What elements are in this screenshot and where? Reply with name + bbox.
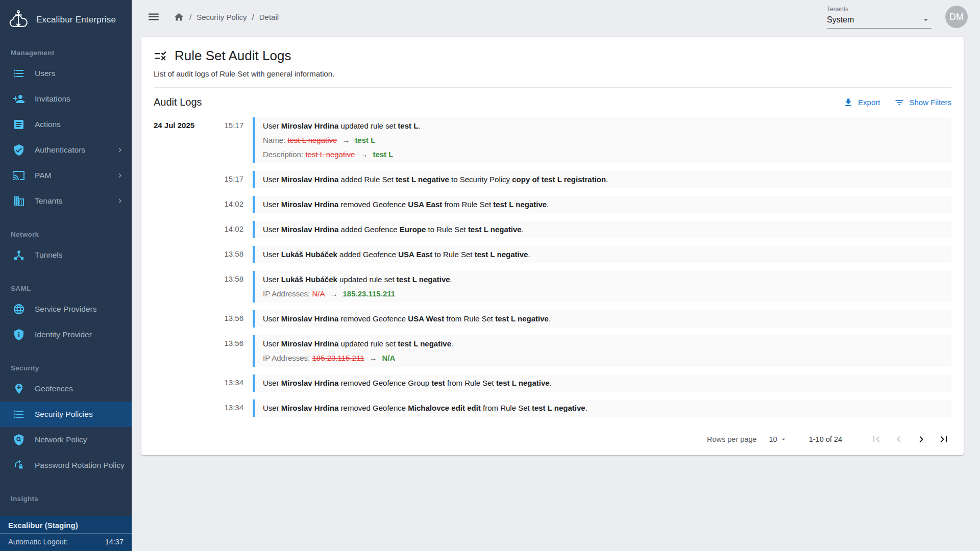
log-time: 14:02: [214, 196, 253, 213]
log-time: 13:34: [214, 399, 253, 417]
log-entry-line: Name: test L negative→test L: [263, 135, 943, 145]
sidebar-item-invitations[interactable]: Invitations: [0, 86, 132, 112]
log-row: 15:17User Miroslav Hrdina added Rule Set…: [154, 171, 951, 188]
tenants-select-value: System: [827, 15, 854, 24]
person-add-icon: [13, 93, 25, 105]
chevron-right-icon: [915, 433, 927, 445]
log-row: 14:02User Miroslav Hrdina added Geofence…: [154, 221, 951, 238]
sidebar-item-label: PAM: [35, 171, 115, 180]
page-title: Rule Set Audit Logs: [175, 48, 291, 64]
pagination-range: 1-10 of 24: [809, 435, 842, 443]
sidebar-item-label: Security Policies: [35, 410, 125, 419]
sidebar-item-network-policy[interactable]: Network Policy: [0, 427, 132, 453]
rows-per-page-select[interactable]: 10: [769, 435, 788, 443]
content-card: Rule Set Audit Logs List of audit logs o…: [141, 37, 964, 455]
menu-icon[interactable]: [147, 10, 160, 23]
pin-plus-icon: [13, 383, 25, 395]
export-button[interactable]: Export: [843, 97, 880, 108]
log-time: 15:17: [214, 117, 253, 163]
log-time: 13:58: [214, 246, 253, 263]
sidebar-item-identity-provider[interactable]: Identity Provider: [0, 322, 132, 347]
sidebar-item-authenticators[interactable]: Authenticators: [0, 137, 132, 163]
log-row: 24 Jul 202515:17User Miroslav Hrdina upd…: [154, 117, 951, 163]
pagination: Rows per page 10 1-10 of 24: [141, 424, 964, 451]
sidebar-item-geofences[interactable]: Geofences: [0, 376, 132, 402]
log-row: 13:56User Miroslav Hrdina updated rule s…: [154, 335, 951, 367]
brand-logo-icon: [7, 9, 30, 31]
log-date: [154, 221, 214, 238]
main-area: / Security Policy / Detail Tenants Syste…: [132, 0, 980, 551]
sidebar-item-label: Tenants: [35, 196, 115, 206]
log-entry-line: IP Addresses: N/A→185.23.115.211: [263, 289, 943, 298]
tenants-select[interactable]: Tenants System: [827, 6, 932, 29]
log-entry: User Lukáš Hubáček added Geofence USA Ea…: [253, 246, 951, 263]
log-entry: User Miroslav Hrdina removed Geofence Mi…: [253, 399, 951, 417]
first-page-icon: [870, 433, 883, 445]
sidebar-item-label: Service Providers: [35, 305, 125, 314]
log-date: [154, 310, 214, 328]
log-row: 13:56User Miroslav Hrdina removed Geofen…: [154, 310, 951, 328]
log-entry: User Miroslav Hrdina updated rule set te…: [253, 117, 951, 163]
last-page-button[interactable]: [937, 433, 950, 446]
breadcrumb-detail: Detail: [259, 13, 279, 21]
page-subtitle: List of audit logs of Rule Set with gene…: [154, 69, 951, 78]
environment-name: Excalibur (Staging): [0, 516, 132, 533]
sidebar-item-label: Tunnels: [35, 251, 125, 260]
sidebar-item-label: Network Policy: [35, 435, 125, 444]
chevron-right-icon: [115, 145, 125, 155]
log-entry-line: IP Addresses: 185.23.115.211→N/A: [263, 353, 943, 363]
avatar[interactable]: DM: [945, 6, 968, 28]
shield-check-icon: [13, 144, 25, 156]
log-date: [154, 196, 214, 213]
sidebar-footer: Excalibur (Staging) Automatic Logout: 14…: [0, 516, 132, 551]
log-date: [154, 374, 214, 392]
chevron-right-icon: [115, 171, 125, 180]
log-time: 13:56: [214, 335, 253, 367]
building-icon: [13, 195, 25, 207]
list-icon: [13, 408, 25, 420]
log-entry: User Miroslav Hrdina added Geofence Euro…: [253, 221, 951, 238]
log-row: 13:58User Lukáš Hubáček added Geofence U…: [154, 246, 951, 263]
log-date: [154, 171, 214, 188]
log-entry-line: User Miroslav Hrdina removed Geofence Gr…: [263, 378, 943, 388]
breadcrumb-separator: /: [252, 13, 254, 21]
automatic-logout-timer: 14:37: [105, 538, 124, 546]
log-time: 13:56: [214, 310, 253, 328]
breadcrumb-separator: /: [189, 13, 191, 21]
sidebar-item-tunnels[interactable]: Tunnels: [0, 242, 132, 268]
rows-per-page-value: 10: [769, 435, 777, 443]
log-entry: User Miroslav Hrdina updated rule set te…: [253, 335, 951, 367]
chevron-left-icon: [893, 433, 905, 445]
change-arrow: →: [342, 136, 350, 144]
log-entry: User Miroslav Hrdina removed Geofence Gr…: [253, 374, 951, 392]
sidebar-item-label: Password Rotation Policy: [35, 461, 125, 470]
log-entry: User Miroslav Hrdina added Rule Set test…: [253, 171, 951, 188]
automatic-logout-label: Automatic Logout:: [8, 538, 68, 546]
sidebar-item-security-policies[interactable]: Security Policies: [0, 402, 132, 427]
log-entry-line: User Miroslav Hrdina removed Geofence US…: [263, 199, 943, 209]
previous-page-button: [892, 433, 905, 446]
change-arrow: →: [330, 289, 337, 298]
first-page-button: [870, 433, 883, 446]
sidebar-item-users[interactable]: Users: [0, 61, 132, 86]
sidebar-item-service-providers[interactable]: Service Providers: [0, 296, 132, 322]
breadcrumb-security-policy[interactable]: Security Policy: [197, 13, 247, 21]
show-filters-button-label: Show Filters: [909, 98, 951, 107]
next-page-button[interactable]: [915, 433, 928, 446]
show-filters-button[interactable]: Show Filters: [894, 97, 951, 108]
home-icon[interactable]: [174, 12, 184, 22]
log-date: [154, 246, 214, 263]
sidebar-section-label-security: Security: [0, 361, 132, 376]
log-entry-line: User Miroslav Hrdina removed Geofence Mi…: [263, 403, 943, 413]
chevron-right-icon: [115, 196, 125, 206]
filter-icon: [894, 97, 904, 108]
last-page-icon: [938, 433, 950, 445]
sidebar-item-password-rotation-policy[interactable]: Password Rotation Policy: [0, 453, 132, 478]
sidebar-item-actions[interactable]: Actions: [0, 112, 132, 137]
caret-down-icon: [921, 15, 930, 24]
log-time: 13:34: [214, 374, 253, 392]
sidebar-item-tenants[interactable]: Tenants: [0, 188, 132, 214]
log-date: [154, 271, 214, 303]
sidebar-item-pam[interactable]: PAM: [0, 163, 132, 188]
audit-log-list: 24 Jul 202515:17User Miroslav Hrdina upd…: [141, 114, 964, 417]
